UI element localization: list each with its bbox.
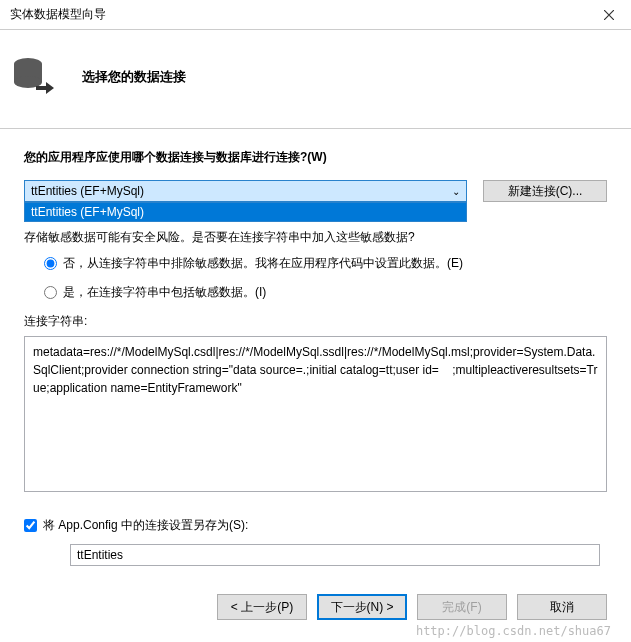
wizard-content: 您的应用程序应使用哪个数据连接与数据库进行连接?(W) ttEntities (… (0, 129, 631, 576)
security-description: 存储敏感数据可能有安全风险。是否要在连接字符串中加入这些敏感数据? (24, 228, 607, 247)
save-config-checkbox-row[interactable]: 将 App.Config 中的连接设置另存为(S): (24, 517, 607, 534)
finish-button: 完成(F) (417, 594, 507, 620)
close-icon (604, 10, 614, 20)
config-name-input[interactable] (70, 544, 600, 566)
security-radio-group: 否，从连接字符串中排除敏感数据。我将在应用程序代码中设置此数据。(E) 是，在连… (44, 255, 607, 301)
connection-string-label: 连接字符串: (24, 313, 607, 330)
prev-button[interactable]: < 上一步(P) (217, 594, 307, 620)
radio-include-input[interactable] (44, 286, 57, 299)
connection-string-textarea[interactable] (24, 336, 607, 492)
chevron-down-icon: ⌄ (452, 186, 460, 197)
watermark-text: http://blog.csdn.net/shua67 (416, 624, 611, 638)
dropdown-option[interactable]: ttEntities (EF+MySql) (25, 203, 466, 221)
radio-include-sensitive[interactable]: 是，在连接字符串中包括敏感数据。(I) (44, 284, 607, 301)
connection-row: ttEntities (EF+MySql) ⌄ ttEntities (EF+M… (24, 180, 607, 202)
dropdown-list: ttEntities (EF+MySql) (24, 202, 467, 222)
radio-exclude-input[interactable] (44, 257, 57, 270)
window-title: 实体数据模型向导 (10, 6, 106, 23)
dropdown-selected-text: ttEntities (EF+MySql) (31, 184, 144, 198)
connection-dropdown-wrapper: ttEntities (EF+MySql) ⌄ ttEntities (EF+M… (24, 180, 467, 202)
radio-exclude-sensitive[interactable]: 否，从连接字符串中排除敏感数据。我将在应用程序代码中设置此数据。(E) (44, 255, 607, 272)
wizard-step-title: 选择您的数据连接 (82, 68, 186, 86)
connection-question: 您的应用程序应使用哪个数据连接与数据库进行连接?(W) (24, 149, 607, 166)
radio-exclude-label: 否，从连接字符串中排除敏感数据。我将在应用程序代码中设置此数据。(E) (63, 255, 463, 272)
titlebar: 实体数据模型向导 (0, 0, 631, 30)
save-config-label: 将 App.Config 中的连接设置另存为(S): (43, 517, 248, 534)
datasource-icon (4, 46, 66, 108)
radio-include-label: 是，在连接字符串中包括敏感数据。(I) (63, 284, 266, 301)
new-connection-button[interactable]: 新建连接(C)... (483, 180, 607, 202)
next-button[interactable]: 下一步(N) > (317, 594, 407, 620)
close-button[interactable] (586, 0, 631, 30)
wizard-header: 选择您的数据连接 (0, 30, 631, 129)
save-config-checkbox[interactable] (24, 519, 37, 532)
wizard-footer: < 上一步(P) 下一步(N) > 完成(F) 取消 (217, 594, 607, 620)
connection-dropdown[interactable]: ttEntities (EF+MySql) ⌄ (24, 180, 467, 202)
cancel-button[interactable]: 取消 (517, 594, 607, 620)
